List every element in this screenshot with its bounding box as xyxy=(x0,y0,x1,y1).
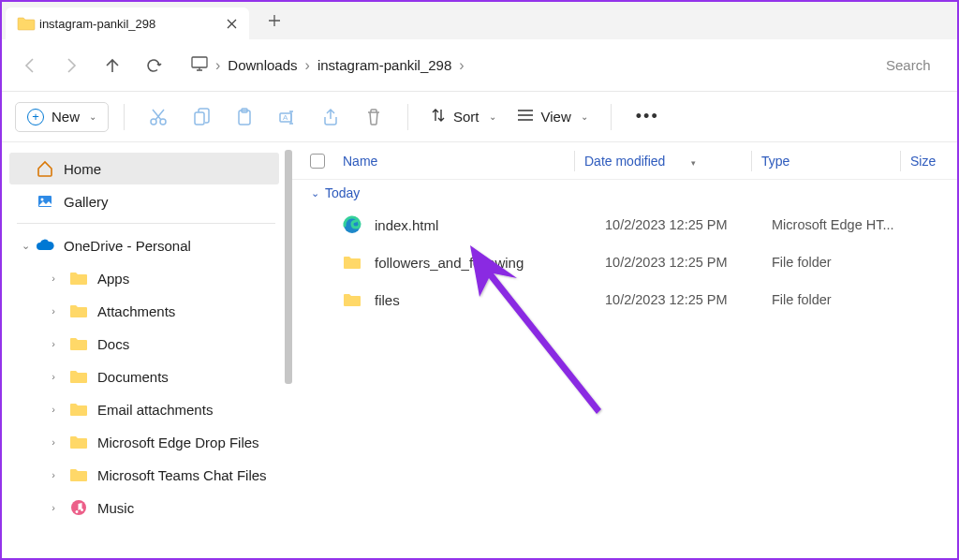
chevron-right-icon[interactable]: › xyxy=(47,502,60,513)
chevron-right-icon[interactable]: › xyxy=(302,57,314,74)
sidebar-item-documents[interactable]: ›Documents xyxy=(9,361,279,392)
back-button[interactable] xyxy=(11,47,49,84)
folder-icon xyxy=(343,292,365,307)
folder-icon xyxy=(69,302,88,319)
edge-icon xyxy=(343,215,365,234)
svg-rect-0 xyxy=(192,57,207,67)
sidebar-item-docs[interactable]: ›Docs xyxy=(9,328,279,360)
paste-icon[interactable] xyxy=(226,98,263,136)
divider xyxy=(751,151,752,171)
column-size[interactable]: Size xyxy=(910,154,957,169)
breadcrumb[interactable]: › Downloads › instagram-pankil_298 › xyxy=(182,51,869,81)
forward-button[interactable] xyxy=(52,47,90,84)
sidebar-item-apps[interactable]: ›Apps xyxy=(9,262,279,294)
chevron-right-icon[interactable]: › xyxy=(47,273,60,284)
sidebar-item-gallery[interactable]: Gallery xyxy=(9,185,279,217)
file-date: 10/2/2023 12:25 PM xyxy=(605,217,772,232)
separator xyxy=(407,104,408,130)
sidebar-label: Apps xyxy=(97,271,129,287)
nav-bar: › Downloads › instagram-pankil_298 › Sea… xyxy=(2,39,957,92)
file-row[interactable]: index.html 10/2/2023 12:25 PM Microsoft … xyxy=(292,206,957,243)
sidebar-label: Attachments xyxy=(97,303,175,319)
sort-icon xyxy=(431,108,446,125)
home-icon xyxy=(36,160,54,177)
group-label: Today xyxy=(325,185,360,200)
file-name: followers_and_following xyxy=(375,255,605,271)
column-type[interactable]: Type xyxy=(761,154,900,169)
sidebar-label: Microsoft Teams Chat Files xyxy=(97,467,267,483)
folder-icon xyxy=(69,270,88,287)
delete-icon[interactable] xyxy=(355,98,392,136)
sidebar-label: Home xyxy=(64,161,101,177)
sidebar-item-edge-drop[interactable]: ›Microsoft Edge Drop Files xyxy=(9,426,279,458)
tabs-bar: instagram-pankil_298 xyxy=(2,2,957,39)
chevron-down-icon[interactable]: ⌄ xyxy=(19,240,32,252)
sidebar-label: Email attachments xyxy=(97,402,213,418)
chevron-down-icon: ⌄ xyxy=(581,111,588,122)
sort-button[interactable]: Sort ⌄ xyxy=(423,102,504,131)
plus-circle-icon: + xyxy=(27,109,44,125)
breadcrumb-current[interactable]: instagram-pankil_298 xyxy=(317,57,451,73)
chevron-down-icon: ⌄ xyxy=(489,111,496,122)
sidebar-item-music[interactable]: ›Music xyxy=(9,492,279,523)
sidebar-item-email-attachments[interactable]: ›Email attachments xyxy=(9,393,279,425)
cut-icon[interactable] xyxy=(140,98,177,136)
svg-text:A: A xyxy=(283,113,288,122)
close-icon[interactable] xyxy=(225,17,238,30)
view-icon xyxy=(517,109,534,125)
scrollbar[interactable] xyxy=(285,150,292,384)
file-name: index.html xyxy=(375,217,605,233)
select-all-checkbox[interactable] xyxy=(292,154,343,169)
file-row[interactable]: files 10/2/2023 12:25 PM File folder xyxy=(292,281,957,318)
folder-icon xyxy=(69,401,88,418)
new-label: New xyxy=(52,109,80,125)
chevron-right-icon[interactable]: › xyxy=(47,338,60,349)
separator xyxy=(124,104,125,130)
folder-icon xyxy=(343,255,365,270)
file-list: Name Date modified▾ Type Size ⌄ Today in… xyxy=(292,142,957,558)
folder-icon xyxy=(17,16,32,31)
file-type: Microsoft Edge HT... xyxy=(772,217,910,232)
sort-label: Sort xyxy=(453,109,480,125)
up-button[interactable] xyxy=(94,47,131,84)
folder-icon xyxy=(69,466,88,483)
chevron-right-icon[interactable]: › xyxy=(47,469,60,480)
sidebar-item-onedrive[interactable]: ⌄ OneDrive - Personal xyxy=(9,229,279,261)
separator xyxy=(17,223,275,224)
view-button[interactable]: View ⌄ xyxy=(509,103,596,130)
separator xyxy=(611,104,612,130)
file-row[interactable]: followers_and_following 10/2/2023 12:25 … xyxy=(292,243,957,281)
chevron-right-icon[interactable]: › xyxy=(47,404,60,415)
new-button[interactable]: + New ⌄ xyxy=(15,102,109,132)
file-type: File folder xyxy=(772,292,910,307)
copy-icon[interactable] xyxy=(183,98,220,136)
new-tab-button[interactable] xyxy=(260,7,288,35)
folder-icon xyxy=(69,335,88,352)
svg-rect-3 xyxy=(195,112,204,125)
search-input[interactable]: Search xyxy=(873,48,948,82)
sidebar-item-teams-chat[interactable]: ›Microsoft Teams Chat Files xyxy=(9,459,279,491)
chevron-right-icon[interactable]: › xyxy=(455,57,467,74)
tab-current[interactable]: instagram-pankil_298 xyxy=(6,7,249,39)
rename-icon[interactable]: A xyxy=(269,98,306,136)
column-name[interactable]: Name xyxy=(343,154,574,169)
share-icon[interactable] xyxy=(312,98,349,136)
sidebar-label: Docs xyxy=(97,336,129,352)
divider xyxy=(900,151,901,171)
sidebar-item-home[interactable]: Home xyxy=(9,153,279,184)
chevron-right-icon[interactable]: › xyxy=(47,305,60,317)
refresh-button[interactable] xyxy=(135,47,172,84)
breadcrumb-downloads[interactable]: Downloads xyxy=(228,57,297,73)
chevron-right-icon[interactable]: › xyxy=(47,436,60,448)
sort-indicator-icon: ▾ xyxy=(691,158,696,168)
toolbar: + New ⌄ A Sort ⌄ View ⌄ ••• xyxy=(2,92,957,142)
chevron-right-icon[interactable]: › xyxy=(212,57,224,74)
music-icon xyxy=(69,499,88,516)
file-name: files xyxy=(375,292,605,308)
sidebar-label: OneDrive - Personal xyxy=(64,238,191,254)
column-date[interactable]: Date modified▾ xyxy=(584,154,751,169)
sidebar-item-attachments[interactable]: ›Attachments xyxy=(9,295,279,327)
more-button[interactable]: ••• xyxy=(627,101,669,132)
group-today[interactable]: ⌄ Today xyxy=(292,180,957,206)
chevron-right-icon[interactable]: › xyxy=(47,371,60,382)
